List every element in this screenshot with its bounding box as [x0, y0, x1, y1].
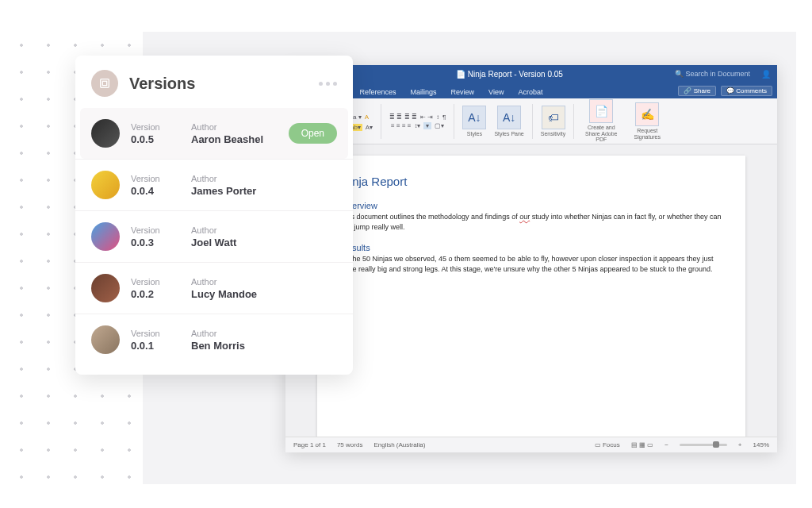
versions-menu-icon[interactable]: [319, 82, 337, 86]
doc-heading-overview: Overview: [341, 201, 722, 210]
author-column: Author Joel Watt: [191, 225, 240, 248]
user-avatar-icon[interactable]: 👤: [761, 70, 771, 79]
version-label: Version: [131, 174, 180, 183]
avatar: [91, 171, 120, 199]
version-number: 0.0.4: [131, 185, 180, 197]
zoom-slider[interactable]: [680, 444, 727, 446]
avatar: [91, 119, 120, 148]
ribbon-tabs: sign Layout References Mailings Review V…: [285, 83, 777, 98]
view-mode-icons[interactable]: ▤ ▦ ▭: [631, 441, 653, 448]
author-name: James Porter: [191, 185, 256, 197]
tab-references[interactable]: References: [354, 86, 403, 98]
version-number: 0.0.5: [131, 133, 180, 145]
author-label: Author: [191, 174, 256, 183]
versions-header: Versions: [75, 56, 353, 108]
open-button[interactable]: Open: [289, 123, 337, 144]
status-words[interactable]: 75 words: [337, 441, 362, 448]
styles-group[interactable]: A↓ Styles: [462, 106, 486, 137]
version-item[interactable]: Version 0.0.5 Author Aaron Beashel Open: [80, 108, 348, 159]
sensitivity-group[interactable]: 🏷 Sensitivity: [541, 106, 566, 137]
author-label: Author: [191, 329, 245, 338]
sensitivity-icon[interactable]: 🏷: [542, 106, 565, 129]
author-column: Author Ben Morris: [191, 329, 245, 352]
tab-review[interactable]: Review: [445, 86, 481, 98]
avatar: [91, 222, 120, 251]
author-column: Author James Porter: [191, 174, 256, 197]
signature-icon[interactable]: ✍: [635, 102, 659, 126]
doc-title: Ninja Report: [341, 175, 722, 188]
version-item[interactable]: Version 0.0.4 Author James Porter: [75, 159, 353, 210]
author-name: Ben Morris: [191, 340, 245, 352]
author-label: Author: [191, 225, 240, 235]
versions-icon: [91, 70, 118, 97]
svg-rect-1: [102, 81, 106, 85]
tab-acrobat[interactable]: Acrobat: [511, 86, 549, 98]
avatar: [91, 325, 120, 354]
version-column: Version 0.0.1: [131, 329, 180, 352]
word-app-icon: 📄: [456, 70, 468, 79]
document-area[interactable]: Ninja Report Overview This document outl…: [285, 144, 777, 437]
doc-paragraph: This document outlines the methodology a…: [341, 212, 722, 232]
spelling-error[interactable]: our: [519, 213, 530, 221]
ribbon: L ▾ ▾ A^ A˅ Aa ▾ A B I U ab x₂ x² A▾ ab▾…: [285, 98, 777, 144]
window-title: 📄 Ninja Report - Version 0.05: [349, 70, 670, 79]
version-column: Version 0.0.4: [131, 174, 180, 197]
version-label: Version: [131, 122, 180, 132]
word-titlebar: ⟳ ⌂ 💾 ↶ ↷ 📄 Ninja Report - Version 0.05 …: [285, 65, 777, 83]
version-column: Version 0.0.3: [131, 225, 180, 248]
versions-title: Versions: [129, 75, 319, 93]
zoom-value[interactable]: 145%: [753, 441, 769, 448]
author-label: Author: [191, 122, 263, 132]
word-window: ⟳ ⌂ 💾 ↶ ↷ 📄 Ninja Report - Version 0.05 …: [285, 65, 777, 452]
avatar: [91, 274, 120, 302]
styles-pane-group[interactable]: A↓ Styles Pane: [494, 106, 523, 137]
zoom-in-icon[interactable]: +: [738, 441, 742, 448]
version-item[interactable]: Version 0.0.3 Author Joel Watt: [75, 210, 353, 262]
tab-view[interactable]: View: [482, 86, 510, 98]
author-name: Lucy Mandoe: [191, 288, 257, 300]
author-label: Author: [191, 277, 257, 287]
version-column: Version 0.0.2: [131, 277, 180, 300]
version-item[interactable]: Version 0.0.1 Author Ben Morris: [75, 314, 353, 365]
version-item[interactable]: Version 0.0.2 Author Lucy Mandoe: [75, 262, 353, 314]
status-page[interactable]: Page 1 of 1: [293, 441, 326, 448]
version-number: 0.0.2: [131, 288, 180, 300]
version-column: Version 0.0.5: [131, 122, 180, 145]
adobe-pdf-icon[interactable]: 📄: [589, 99, 613, 123]
status-focus[interactable]: ▭ Focus: [595, 441, 620, 448]
adobe-create-group[interactable]: 📄 Create and Share Adobe PDF: [582, 99, 620, 143]
versions-panel: Versions Version 0.0.5 Author Aaron Beas…: [75, 56, 353, 375]
status-bar: Page 1 of 1 75 words English (Australia)…: [285, 437, 777, 452]
document-page[interactable]: Ninja Report Overview This document outl…: [317, 156, 745, 437]
adobe-sig-group[interactable]: ✍ Request Signatures: [628, 102, 666, 140]
paragraph-group[interactable]: ≣ ≣ ≣ ≣ ⇤ ⇥ ↕ ¶ ≡ ≡ ≡ ≡ ↕▾ ▾ ▢▾: [389, 114, 446, 129]
author-column: Author Lucy Mandoe: [191, 277, 257, 300]
version-number: 0.0.3: [131, 237, 180, 248]
comments-button[interactable]: 💬 Comments: [721, 86, 772, 96]
version-label: Version: [131, 277, 180, 287]
version-label: Version: [131, 225, 180, 235]
styles-pane-icon[interactable]: A↓: [497, 106, 521, 129]
doc-heading-results: Results: [341, 243, 722, 252]
svg-rect-0: [101, 79, 109, 88]
search-box[interactable]: 🔍 Search in Document: [675, 70, 750, 78]
styles-icon[interactable]: A↓: [462, 106, 486, 129]
tab-mailings[interactable]: Mailings: [404, 86, 443, 98]
version-number: 0.0.1: [131, 340, 180, 352]
version-label: Version: [131, 329, 180, 338]
share-button[interactable]: 🔗 Share: [678, 86, 716, 96]
zoom-out-icon[interactable]: −: [665, 441, 668, 448]
author-name: Joel Watt: [191, 237, 240, 248]
status-lang[interactable]: English (Australia): [373, 441, 425, 448]
doc-paragraph: Of the 50 Ninjas we observed, 45 o them …: [341, 254, 722, 274]
author-column: Author Aaron Beashel: [191, 122, 263, 145]
author-name: Aaron Beashel: [191, 133, 263, 145]
